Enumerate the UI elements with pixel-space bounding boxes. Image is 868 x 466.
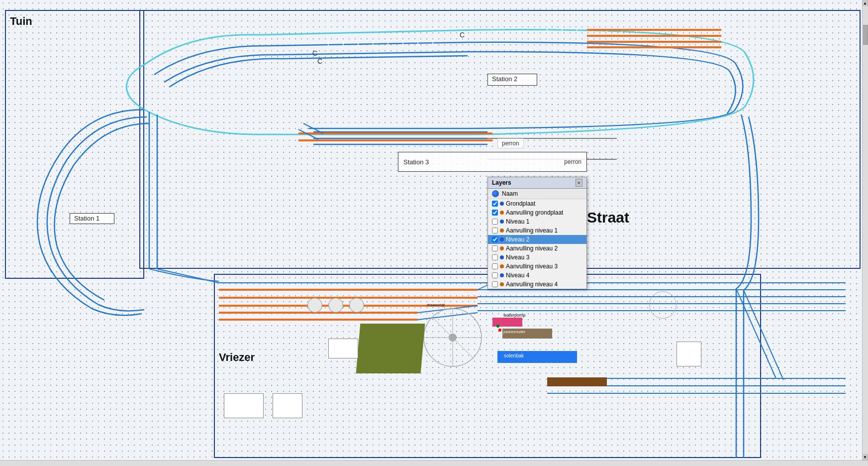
layer-label-aanvulling-niveau-2: Aanvulling niveau 2	[506, 245, 558, 252]
label-parkeerluifel: parkeerluifel	[503, 330, 525, 334]
vriezer-circle-3	[349, 298, 364, 313]
layer-dot-niveau-1	[500, 220, 504, 224]
layer-label-aanvulling-grondplaat: Aanvulling grondplaat	[506, 209, 563, 216]
vriezer-circle-2	[328, 298, 343, 313]
white-rect-3	[273, 393, 302, 418]
layers-panel: Layers × Naam GrondplaatAanvulling grond…	[487, 177, 587, 289]
building-green	[356, 324, 425, 373]
layers-column-header: Naam	[488, 189, 586, 199]
large-circle-right	[649, 291, 676, 319]
layer-item-grondplaat[interactable]: Grondplaat	[488, 199, 586, 208]
perron2-label: perron	[502, 140, 519, 147]
layer-checkbox-aanvulling-grondplaat[interactable]	[492, 210, 498, 216]
layer-checkbox-niveau-1[interactable]	[492, 219, 498, 225]
uncoupler-1: C	[460, 31, 465, 39]
label-solenbak: solenbak	[504, 353, 524, 358]
turntable-spokes	[424, 309, 482, 366]
layer-label-grondplaat: Grondplaat	[506, 200, 535, 207]
signal-red	[498, 329, 501, 332]
vriezer-circle-1	[307, 298, 322, 313]
building-brown	[547, 377, 607, 386]
uncoupler-2: C	[312, 49, 317, 57]
scrollbar-up-arrow[interactable]: ▲	[862, 0, 868, 6]
layer-dot-aanvulling-niveau-3	[500, 264, 504, 268]
track-left-loop-inner	[54, 123, 149, 300]
layer-label-niveau-4: Niveau 4	[506, 272, 529, 279]
station3-label: Station 3 perron	[398, 152, 587, 172]
layer-label-niveau-3: Niveau 3	[506, 254, 529, 261]
layer-item-aanvulling-grondplaat[interactable]: Aanvulling grondplaat	[488, 208, 586, 217]
scrollbar-horizontal[interactable]	[0, 460, 868, 466]
layer-dot-niveau-4	[500, 273, 504, 277]
scrollbar-vertical[interactable]: ▲ ▼	[862, 0, 868, 466]
layers-globe-icon	[492, 190, 499, 197]
signal-green	[496, 325, 499, 328]
layer-dot-aanvulling-grondplaat	[500, 211, 504, 215]
layers-close-button[interactable]: ×	[576, 179, 582, 187]
layer-item-aanvulling-niveau-1[interactable]: Aanvulling niveau 1	[488, 226, 586, 235]
layer-label-niveau-2: Niveau 2	[506, 236, 529, 243]
layer-item-niveau-1[interactable]: Niveau 1	[488, 217, 586, 226]
track-diag-right-1	[736, 289, 776, 378]
track-outer-cyan	[126, 30, 754, 134]
svg-line-25	[453, 338, 474, 358]
layers-header: Layers ×	[488, 177, 586, 189]
main-canvas: Tuin Straat Vriezer	[0, 0, 868, 466]
layer-dot-aanvulling-niveau-4	[500, 282, 504, 286]
scrollbar-down-arrow[interactable]: ▼	[862, 454, 868, 460]
layers-title: Layers	[492, 179, 511, 186]
layer-item-aanvulling-niveau-4[interactable]: Aanvulling niveau 4	[488, 280, 586, 289]
svg-point-27	[449, 334, 457, 342]
layers-naam-header: Naam	[502, 190, 518, 197]
layer-item-niveau-2[interactable]: Niveau 2	[488, 235, 586, 244]
layer-dot-aanvulling-niveau-1	[500, 229, 504, 233]
svg-line-24	[432, 317, 453, 338]
layer-item-aanvulling-niveau-2[interactable]: Aanvulling niveau 2	[488, 244, 586, 253]
layer-dot-niveau-2	[500, 237, 504, 241]
station3-text: Station 3	[403, 158, 429, 166]
layer-dot-aanvulling-niveau-2	[500, 246, 504, 250]
layer-item-aanvulling-niveau-3[interactable]: Aanvulling niveau 3	[488, 262, 586, 271]
label-waterpomp: waterpomp	[503, 313, 526, 318]
layer-label-niveau-1: Niveau 1	[506, 218, 529, 225]
layer-label-aanvulling-niveau-4: Aanvulling niveau 4	[506, 281, 558, 288]
layer-dot-grondplaat	[500, 202, 504, 206]
label-turntable: draaischijf	[427, 303, 445, 307]
track-inner-blue-2	[164, 52, 736, 114]
track-left-loop-outer	[37, 110, 144, 315]
layer-dot-niveau-3	[500, 255, 504, 259]
track-svg: C C C	[0, 0, 868, 466]
layer-checkbox-aanvulling-niveau-3[interactable]	[492, 263, 498, 269]
track-inner-blue-1	[154, 42, 743, 128]
scrollbar-thumb-vertical[interactable]	[863, 25, 868, 45]
layer-checkbox-aanvulling-niveau-4[interactable]	[492, 281, 498, 287]
layer-item-niveau-3[interactable]: Niveau 3	[488, 253, 586, 262]
station2-label: Station 2	[487, 74, 537, 86]
layer-checkbox-aanvulling-niveau-2[interactable]	[492, 245, 498, 251]
layer-checkbox-niveau-3[interactable]	[492, 254, 498, 260]
layer-label-aanvulling-niveau-3: Aanvulling niveau 3	[506, 263, 558, 270]
small-white-rect-1	[676, 342, 701, 366]
perron2-box: perron	[497, 138, 524, 148]
white-rect-2	[224, 393, 264, 418]
layer-label-aanvulling-niveau-1: Aanvulling niveau 1	[506, 227, 558, 234]
white-rect-1	[328, 339, 358, 358]
layer-item-niveau-4[interactable]: Niveau 4	[488, 271, 586, 280]
layer-checkbox-niveau-2[interactable]	[492, 236, 498, 242]
perron1-label: perron	[564, 158, 581, 165]
station1-label: Station 1	[70, 213, 114, 224]
uncoupler-3: C	[317, 57, 322, 65]
layers-list: GrondplaatAanvulling grondplaatNiveau 1A…	[488, 199, 586, 289]
layer-checkbox-aanvulling-niveau-1[interactable]	[492, 228, 498, 233]
layer-checkbox-grondplaat[interactable]	[492, 201, 498, 207]
layer-checkbox-niveau-4[interactable]	[492, 272, 498, 278]
track-connect-bottom-left-2	[157, 269, 219, 283]
track-right-return-2	[744, 117, 759, 458]
